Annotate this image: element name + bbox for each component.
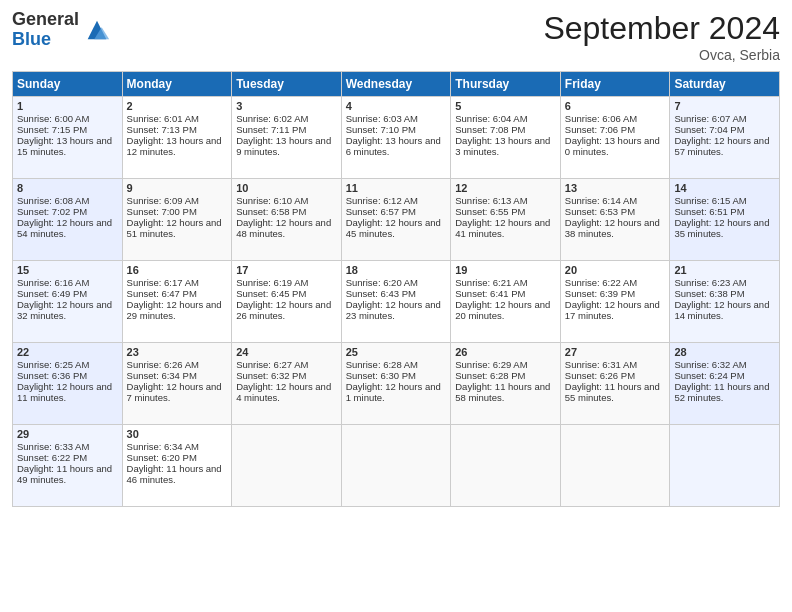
calendar-cell: 20Sunrise: 6:22 AMSunset: 6:39 PMDayligh… bbox=[560, 261, 670, 343]
day-number: 22 bbox=[17, 346, 118, 358]
day-number: 27 bbox=[565, 346, 666, 358]
calendar-cell: 11Sunrise: 6:12 AMSunset: 6:57 PMDayligh… bbox=[341, 179, 451, 261]
day-number: 20 bbox=[565, 264, 666, 276]
day-number: 26 bbox=[455, 346, 556, 358]
calendar-cell: 7Sunrise: 6:07 AMSunset: 7:04 PMDaylight… bbox=[670, 97, 780, 179]
header-row: Sunday Monday Tuesday Wednesday Thursday… bbox=[13, 72, 780, 97]
calendar-cell: 25Sunrise: 6:28 AMSunset: 6:30 PMDayligh… bbox=[341, 343, 451, 425]
day-number: 24 bbox=[236, 346, 337, 358]
calendar-cell bbox=[451, 425, 561, 507]
calendar-cell: 24Sunrise: 6:27 AMSunset: 6:32 PMDayligh… bbox=[232, 343, 342, 425]
header-saturday: Saturday bbox=[670, 72, 780, 97]
header-sunday: Sunday bbox=[13, 72, 123, 97]
day-number: 16 bbox=[127, 264, 228, 276]
day-number: 15 bbox=[17, 264, 118, 276]
calendar-table: Sunday Monday Tuesday Wednesday Thursday… bbox=[12, 71, 780, 507]
calendar-cell: 14Sunrise: 6:15 AMSunset: 6:51 PMDayligh… bbox=[670, 179, 780, 261]
calendar-week-0: 1Sunrise: 6:00 AMSunset: 7:15 PMDaylight… bbox=[13, 97, 780, 179]
logo-icon bbox=[83, 16, 111, 44]
calendar-cell: 13Sunrise: 6:14 AMSunset: 6:53 PMDayligh… bbox=[560, 179, 670, 261]
calendar-cell bbox=[670, 425, 780, 507]
title-section: September 2024 Ovca, Serbia bbox=[543, 10, 780, 63]
day-number: 9 bbox=[127, 182, 228, 194]
calendar-cell: 5Sunrise: 6:04 AMSunset: 7:08 PMDaylight… bbox=[451, 97, 561, 179]
calendar-cell: 6Sunrise: 6:06 AMSunset: 7:06 PMDaylight… bbox=[560, 97, 670, 179]
calendar-cell: 28Sunrise: 6:32 AMSunset: 6:24 PMDayligh… bbox=[670, 343, 780, 425]
calendar-week-1: 8Sunrise: 6:08 AMSunset: 7:02 PMDaylight… bbox=[13, 179, 780, 261]
day-number: 14 bbox=[674, 182, 775, 194]
logo-text: General Blue bbox=[12, 10, 79, 50]
calendar-cell: 10Sunrise: 6:10 AMSunset: 6:58 PMDayligh… bbox=[232, 179, 342, 261]
calendar-cell: 9Sunrise: 6:09 AMSunset: 7:00 PMDaylight… bbox=[122, 179, 232, 261]
header-tuesday: Tuesday bbox=[232, 72, 342, 97]
calendar-cell: 30Sunrise: 6:34 AMSunset: 6:20 PMDayligh… bbox=[122, 425, 232, 507]
calendar-cell: 8Sunrise: 6:08 AMSunset: 7:02 PMDaylight… bbox=[13, 179, 123, 261]
header-monday: Monday bbox=[122, 72, 232, 97]
calendar-cell: 26Sunrise: 6:29 AMSunset: 6:28 PMDayligh… bbox=[451, 343, 561, 425]
calendar-cell bbox=[341, 425, 451, 507]
calendar-cell: 27Sunrise: 6:31 AMSunset: 6:26 PMDayligh… bbox=[560, 343, 670, 425]
month-title: September 2024 bbox=[543, 10, 780, 47]
day-number: 25 bbox=[346, 346, 447, 358]
calendar-cell: 3Sunrise: 6:02 AMSunset: 7:11 PMDaylight… bbox=[232, 97, 342, 179]
calendar-cell: 17Sunrise: 6:19 AMSunset: 6:45 PMDayligh… bbox=[232, 261, 342, 343]
day-number: 18 bbox=[346, 264, 447, 276]
logo-blue: Blue bbox=[12, 30, 79, 50]
calendar-week-2: 15Sunrise: 6:16 AMSunset: 6:49 PMDayligh… bbox=[13, 261, 780, 343]
calendar-cell: 15Sunrise: 6:16 AMSunset: 6:49 PMDayligh… bbox=[13, 261, 123, 343]
location: Ovca, Serbia bbox=[543, 47, 780, 63]
header-wednesday: Wednesday bbox=[341, 72, 451, 97]
calendar-cell: 19Sunrise: 6:21 AMSunset: 6:41 PMDayligh… bbox=[451, 261, 561, 343]
day-number: 7 bbox=[674, 100, 775, 112]
day-number: 12 bbox=[455, 182, 556, 194]
day-number: 29 bbox=[17, 428, 118, 440]
calendar-cell: 29Sunrise: 6:33 AMSunset: 6:22 PMDayligh… bbox=[13, 425, 123, 507]
calendar-cell: 16Sunrise: 6:17 AMSunset: 6:47 PMDayligh… bbox=[122, 261, 232, 343]
day-number: 8 bbox=[17, 182, 118, 194]
calendar-week-3: 22Sunrise: 6:25 AMSunset: 6:36 PMDayligh… bbox=[13, 343, 780, 425]
day-number: 19 bbox=[455, 264, 556, 276]
logo-general: General bbox=[12, 10, 79, 30]
calendar-cell: 22Sunrise: 6:25 AMSunset: 6:36 PMDayligh… bbox=[13, 343, 123, 425]
header-friday: Friday bbox=[560, 72, 670, 97]
day-number: 13 bbox=[565, 182, 666, 194]
day-number: 28 bbox=[674, 346, 775, 358]
day-number: 4 bbox=[346, 100, 447, 112]
day-number: 21 bbox=[674, 264, 775, 276]
calendar-cell bbox=[560, 425, 670, 507]
day-number: 1 bbox=[17, 100, 118, 112]
calendar-cell: 4Sunrise: 6:03 AMSunset: 7:10 PMDaylight… bbox=[341, 97, 451, 179]
day-number: 17 bbox=[236, 264, 337, 276]
calendar-cell: 1Sunrise: 6:00 AMSunset: 7:15 PMDaylight… bbox=[13, 97, 123, 179]
calendar-cell: 12Sunrise: 6:13 AMSunset: 6:55 PMDayligh… bbox=[451, 179, 561, 261]
calendar-cell: 18Sunrise: 6:20 AMSunset: 6:43 PMDayligh… bbox=[341, 261, 451, 343]
day-number: 30 bbox=[127, 428, 228, 440]
logo: General Blue bbox=[12, 10, 111, 50]
calendar-week-4: 29Sunrise: 6:33 AMSunset: 6:22 PMDayligh… bbox=[13, 425, 780, 507]
day-number: 11 bbox=[346, 182, 447, 194]
calendar-cell: 2Sunrise: 6:01 AMSunset: 7:13 PMDaylight… bbox=[122, 97, 232, 179]
day-number: 23 bbox=[127, 346, 228, 358]
header-thursday: Thursday bbox=[451, 72, 561, 97]
day-number: 3 bbox=[236, 100, 337, 112]
page-container: General Blue September 2024 Ovca, Serbia… bbox=[0, 0, 792, 515]
calendar-cell bbox=[232, 425, 342, 507]
header: General Blue September 2024 Ovca, Serbia bbox=[12, 10, 780, 63]
calendar-cell: 21Sunrise: 6:23 AMSunset: 6:38 PMDayligh… bbox=[670, 261, 780, 343]
day-number: 10 bbox=[236, 182, 337, 194]
day-number: 5 bbox=[455, 100, 556, 112]
day-number: 2 bbox=[127, 100, 228, 112]
day-number: 6 bbox=[565, 100, 666, 112]
calendar-cell: 23Sunrise: 6:26 AMSunset: 6:34 PMDayligh… bbox=[122, 343, 232, 425]
